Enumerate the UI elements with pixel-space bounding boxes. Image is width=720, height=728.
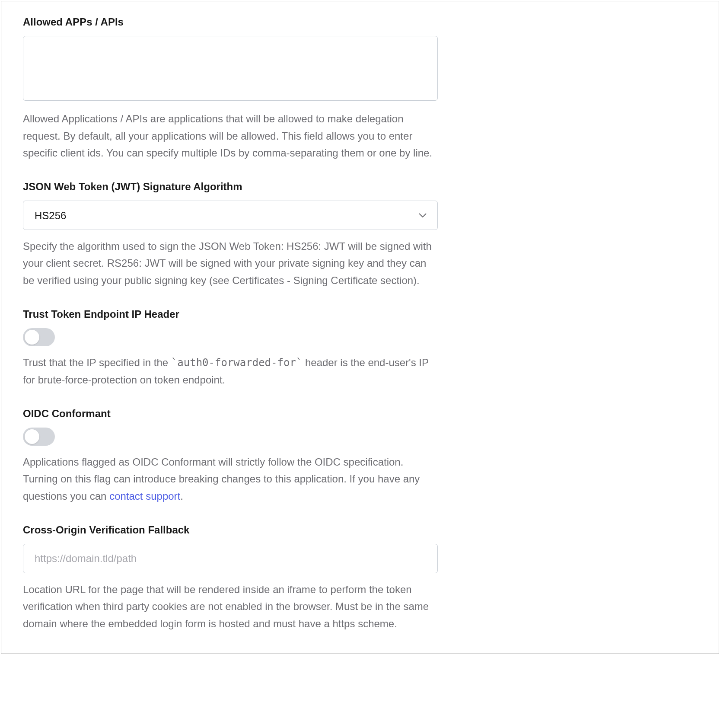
oidc-help: Applications flagged as OIDC Conformant … xyxy=(23,453,438,505)
trust-ip-help-pre: Trust that the IP specified in the xyxy=(23,357,171,368)
allowed-apps-help: Allowed Applications / APIs are applicat… xyxy=(23,110,438,162)
cross-origin-help: Location URL for the page that will be r… xyxy=(23,581,438,632)
oidc-help-post: . xyxy=(180,490,183,502)
allowed-apps-field: Allowed APPs / APIs Allowed Applications… xyxy=(23,16,438,162)
jwt-alg-select-wrapper: HS256 xyxy=(23,201,438,230)
form-column: Allowed APPs / APIs Allowed Applications… xyxy=(23,16,438,632)
jwt-alg-select[interactable]: HS256 xyxy=(23,201,438,230)
oidc-label: OIDC Conformant xyxy=(23,408,438,420)
jwt-alg-field: JSON Web Token (JWT) Signature Algorithm… xyxy=(23,181,438,289)
jwt-alg-label: JSON Web Token (JWT) Signature Algorithm xyxy=(23,181,438,193)
toggle-knob xyxy=(25,330,39,345)
cross-origin-label: Cross-Origin Verification Fallback xyxy=(23,524,438,536)
trust-ip-toggle[interactable] xyxy=(23,328,55,346)
contact-support-link[interactable]: contact support xyxy=(109,490,180,502)
oidc-field: OIDC Conformant Applications flagged as … xyxy=(23,408,438,505)
oidc-toggle[interactable] xyxy=(23,428,55,446)
toggle-knob xyxy=(25,429,39,444)
oidc-help-pre: Applications flagged as OIDC Conformant … xyxy=(23,456,420,502)
trust-ip-help: Trust that the IP specified in the `auth… xyxy=(23,354,438,389)
cross-origin-input[interactable] xyxy=(23,544,438,573)
settings-panel: Allowed APPs / APIs Allowed Applications… xyxy=(1,1,719,654)
allowed-apps-input[interactable] xyxy=(23,36,438,101)
trust-ip-label: Trust Token Endpoint IP Header xyxy=(23,308,438,320)
allowed-apps-label: Allowed APPs / APIs xyxy=(23,16,438,28)
trust-ip-help-code: `auth0-forwarded-for` xyxy=(171,357,302,369)
trust-ip-field: Trust Token Endpoint IP Header Trust tha… xyxy=(23,308,438,389)
jwt-alg-help: Specify the algorithm used to sign the J… xyxy=(23,238,438,289)
cross-origin-field: Cross-Origin Verification Fallback Locat… xyxy=(23,524,438,632)
